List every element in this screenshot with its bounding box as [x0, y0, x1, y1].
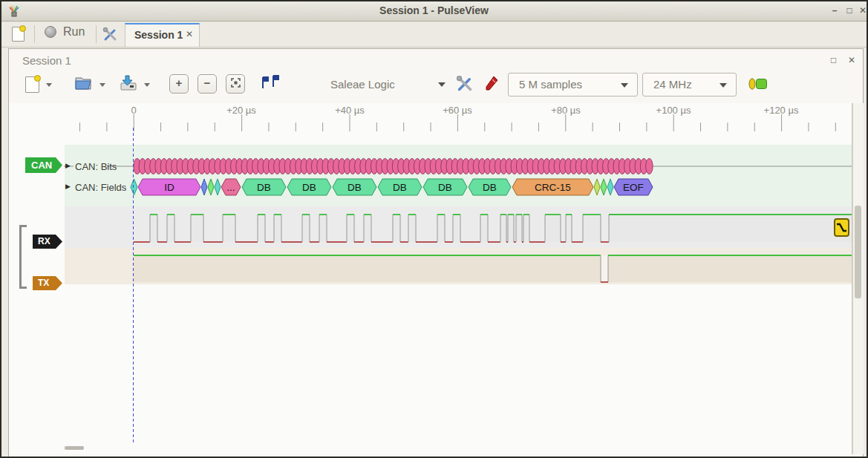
- new-file-dropdown-arrow[interactable]: [46, 83, 52, 87]
- close-button[interactable]: ✕: [856, 4, 868, 17]
- new-session-button[interactable]: [12, 27, 25, 42]
- zoom-out-button[interactable]: −: [198, 74, 217, 94]
- main-toolbar: Run Session 1 ✕: [1, 22, 867, 48]
- toolbar-separator: [96, 25, 97, 43]
- zoom-fit-button[interactable]: [226, 74, 245, 94]
- tab-label: Session 1: [134, 29, 183, 41]
- can-bits-row-label: CAN: Bits: [75, 161, 117, 172]
- sample-count-select[interactable]: 5 M samples: [508, 73, 638, 96]
- run-state-icon: [45, 26, 56, 38]
- open-file-dropdown-arrow[interactable]: [99, 83, 105, 87]
- minimize-button[interactable]: –: [828, 4, 841, 17]
- vertical-scrollbar[interactable]: [852, 103, 864, 454]
- window-title: Session 1 - PulseView: [1, 4, 867, 16]
- sample-rate-value: 24 MHz: [653, 78, 692, 91]
- pulseview-window: Session 1 - PulseView – □ ✕ Run Session …: [0, 0, 868, 458]
- probe-config-button[interactable]: [483, 75, 500, 93]
- expand-fields-row-icon[interactable]: ▶: [65, 183, 71, 190]
- device-select[interactable]: Saleae Logic: [330, 78, 395, 91]
- close-session-icon[interactable]: ✕: [848, 55, 855, 65]
- session-title: Session 1: [22, 54, 71, 67]
- can-fields-row-label: CAN: Fields: [75, 182, 126, 193]
- new-file-button[interactable]: [25, 76, 39, 93]
- expand-bits-row-icon[interactable]: ▶: [65, 162, 71, 169]
- device-config-button[interactable]: [456, 75, 474, 93]
- new-badge-icon: [19, 25, 26, 32]
- ruler-time-label: 0: [131, 105, 136, 116]
- decoder-rows-background: [65, 145, 852, 206]
- ruler-time-label: +60 µs: [443, 105, 472, 116]
- tab-session-1[interactable]: Session 1 ✕: [125, 23, 200, 47]
- ruler-time-label: +40 µs: [335, 105, 365, 116]
- maximize-button[interactable]: □: [843, 4, 856, 17]
- can-decoder-tag[interactable]: CAN: [25, 157, 62, 173]
- toolbar-separator: [34, 25, 35, 43]
- open-file-button[interactable]: [74, 74, 92, 91]
- falling-edge-icon: [835, 220, 848, 235]
- device-dropdown-arrow[interactable]: [438, 82, 446, 87]
- save-button[interactable]: [119, 74, 138, 92]
- signal-group-bracket: [19, 225, 27, 289]
- zoom-to-markers-button[interactable]: [260, 74, 281, 91]
- zoom-fit-icon: [231, 78, 241, 88]
- title-bar: Session 1 - PulseView – □ ✕: [1, 1, 867, 22]
- tab-close-icon[interactable]: ✕: [186, 29, 193, 39]
- sample-rate-select[interactable]: 24 MHz: [642, 73, 737, 96]
- vertical-scrollbar-thumb[interactable]: [855, 206, 861, 298]
- horizontal-scrollbar-thumb[interactable]: [65, 446, 84, 450]
- tx-row-background: [65, 248, 852, 284]
- ruler-time-label: +100 µs: [656, 105, 691, 116]
- save-dropdown-arrow[interactable]: [144, 83, 150, 87]
- ruler-time-label: +120 µs: [764, 105, 799, 116]
- zoom-in-button[interactable]: +: [169, 74, 189, 94]
- float-window-icon[interactable]: □: [831, 55, 836, 65]
- ruler-time-label: +20 µs: [226, 105, 256, 116]
- settings-button[interactable]: [102, 27, 118, 42]
- add-decoder-button[interactable]: [748, 78, 769, 90]
- new-badge-icon: [34, 75, 41, 82]
- chevron-down-icon: [719, 83, 727, 88]
- sample-count-value: 5 M samples: [519, 78, 582, 91]
- ruler-time-label: +80 µs: [551, 105, 581, 116]
- rx-row-background: [65, 206, 852, 248]
- run-button[interactable]: Run: [45, 25, 85, 39]
- chevron-down-icon: [621, 83, 628, 88]
- run-label: Run: [63, 25, 85, 38]
- trigger-marker[interactable]: [834, 218, 849, 237]
- session-toolbar: + − Saleae Logic: [9, 71, 863, 104]
